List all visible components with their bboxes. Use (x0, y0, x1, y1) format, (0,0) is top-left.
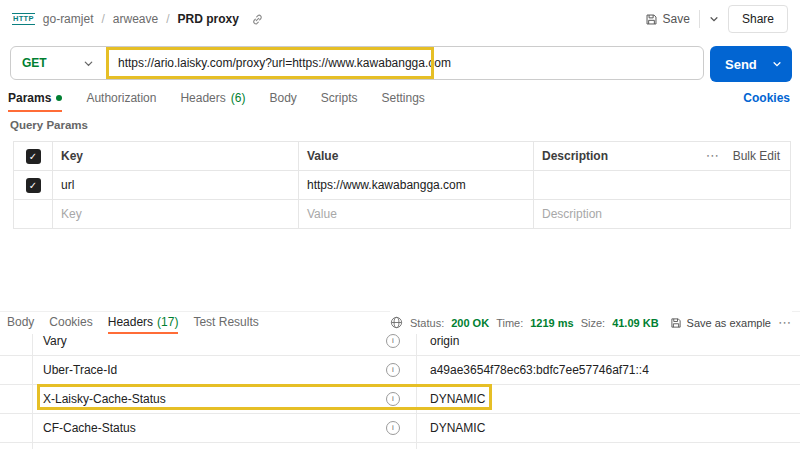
param-description-input[interactable]: Description (534, 200, 790, 228)
send-options-chevron-icon[interactable] (772, 59, 782, 69)
tab-scripts-label: Scripts (321, 91, 358, 105)
response-header-value: DYNAMIC (417, 385, 800, 413)
table-row: ✓ url https://www.kawabangga.com (14, 171, 790, 200)
response-header-value: DYNAMIC (417, 414, 800, 442)
tab-scripts[interactable]: Scripts (321, 88, 358, 112)
info-icon[interactable]: i (386, 363, 400, 377)
breadcrumb: HTTP go-ramjet / arweave / PRD proxy (12, 12, 645, 26)
response-header-value (417, 443, 800, 449)
table-row: CF-Cache-Status i DYNAMIC (0, 414, 800, 443)
tab-headers[interactable]: Headers (6) (180, 88, 245, 112)
params-more-icon[interactable]: ⋯ (706, 151, 720, 161)
network-globe-icon[interactable] (390, 316, 403, 329)
params-modified-dot (56, 95, 62, 101)
share-button[interactable]: Share (728, 5, 788, 33)
column-header-description: Description (542, 149, 608, 163)
save-label: Save (663, 12, 690, 26)
response-tab-test-results-label: Test Results (193, 315, 258, 329)
method-chevron-icon (83, 58, 94, 69)
response-header-key: CF-Cache-Status (43, 421, 136, 435)
cookies-link[interactable]: Cookies (743, 91, 790, 105)
request-header-bar: HTTP go-ramjet / arweave / PRD proxy (0, 0, 800, 38)
divider (699, 10, 700, 28)
table-row-partial: i (0, 443, 800, 449)
copy-link-icon[interactable] (251, 13, 264, 26)
tab-authorization[interactable]: Authorization (86, 88, 156, 112)
request-url-bar: GET https://ario.laisky.com/proxy?url=ht… (10, 46, 704, 80)
request-tabs: Params Authorization Headers (6) Body Sc… (0, 88, 800, 112)
select-all-checkbox[interactable]: ✓ (26, 149, 41, 164)
breadcrumb-collection[interactable]: arweave (113, 12, 158, 26)
save-as-example-button[interactable]: Save as example (670, 317, 771, 329)
param-description-cell[interactable] (534, 171, 790, 199)
param-value-input[interactable]: Value (299, 200, 534, 228)
send-button[interactable]: Send (710, 46, 792, 82)
save-button[interactable]: Save (645, 12, 690, 26)
column-header-value: Value (299, 142, 534, 170)
tab-params[interactable]: Params (8, 88, 62, 112)
response-header-value: a49ae3654f78ec63:bdfc7ee57746af71::4 (417, 356, 800, 384)
tab-body[interactable]: Body (269, 88, 296, 112)
param-value-cell[interactable]: https://www.kawabangga.com (299, 171, 534, 199)
response-tab-cookies[interactable]: Cookies (49, 312, 92, 334)
row-gutter (0, 356, 33, 384)
column-header-key: Key (53, 142, 299, 170)
send-label: Send (725, 57, 757, 72)
size-value: 41.09 KB (612, 317, 658, 329)
response-header-key: Uber-Trace-Id (43, 363, 117, 377)
breadcrumb-separator: / (166, 12, 169, 26)
tab-settings[interactable]: Settings (382, 88, 425, 112)
table-row: X-Laisky-Cache-Status i DYNAMIC (0, 385, 800, 414)
header-actions: Save Share (645, 5, 788, 33)
bulk-edit-button[interactable]: Bulk Edit (733, 149, 780, 163)
time-value: 1219 ms (530, 317, 573, 329)
response-tab-headers-count: (17) (157, 315, 178, 329)
table-row: Uber-Trace-Id i a49ae3654f78ec63:bdfc7ee… (0, 356, 800, 385)
tab-headers-count: (6) (231, 91, 246, 105)
query-params-title: Query Params (10, 119, 88, 131)
save-icon (670, 317, 682, 329)
tab-params-label: Params (8, 91, 51, 105)
tab-body-label: Body (269, 91, 296, 105)
row-gutter (0, 414, 33, 442)
info-icon[interactable]: i (386, 334, 400, 348)
http-method-badge: HTTP (12, 13, 35, 25)
row-checkbox[interactable]: ✓ (26, 178, 41, 193)
response-headers-table: Vary i origin Uber-Trace-Id i a49ae3654f… (0, 327, 800, 449)
postman-window: HTTP go-ramjet / arweave / PRD proxy (0, 0, 800, 449)
row-gutter (0, 443, 33, 449)
response-tab-headers-label: Headers (108, 315, 153, 329)
row-gutter (0, 385, 33, 413)
empty-checkbox-cell (14, 200, 53, 228)
status-label: Status: (410, 317, 444, 329)
response-tab-test-results[interactable]: Test Results (193, 312, 258, 334)
response-header-key: Vary (43, 334, 67, 348)
response-more-icon[interactable]: ⋯ (778, 318, 792, 328)
request-title[interactable]: PRD proxy (178, 12, 239, 26)
info-icon[interactable]: i (386, 392, 400, 406)
tab-authorization-label: Authorization (86, 91, 156, 105)
response-header-key: X-Laisky-Cache-Status (43, 392, 166, 406)
method-selector[interactable]: GET (22, 56, 47, 70)
response-tab-body-label: Body (7, 315, 34, 329)
save-icon (645, 13, 658, 26)
response-tab-headers[interactable]: Headers (17) (108, 312, 179, 334)
save-options-chevron-icon[interactable] (709, 14, 719, 24)
size-label: Size: (581, 317, 605, 329)
query-params-header-row: ✓ Key Value Description ⋯ Bulk Edit (14, 142, 790, 171)
param-key-input[interactable]: Key (53, 200, 299, 228)
response-meta-bar: Status: 200 OK Time: 1219 ms Size: 41.09… (390, 311, 792, 334)
info-icon[interactable]: i (386, 421, 400, 435)
query-params-table: ✓ Key Value Description ⋯ Bulk Edit ✓ ur… (13, 141, 791, 229)
param-key-cell[interactable]: url (53, 171, 299, 199)
url-input[interactable]: https://ario.laisky.com/proxy?url=https:… (118, 56, 451, 70)
response-tab-body[interactable]: Body (7, 312, 34, 334)
breadcrumb-separator: / (101, 12, 104, 26)
tab-settings-label: Settings (382, 91, 425, 105)
tab-headers-label: Headers (180, 91, 225, 105)
response-tab-cookies-label: Cookies (49, 315, 92, 329)
time-label: Time: (496, 317, 523, 329)
table-row-empty: Key Value Description (14, 200, 790, 228)
status-value: 200 OK (451, 317, 489, 329)
breadcrumb-workspace[interactable]: go-ramjet (43, 12, 94, 26)
